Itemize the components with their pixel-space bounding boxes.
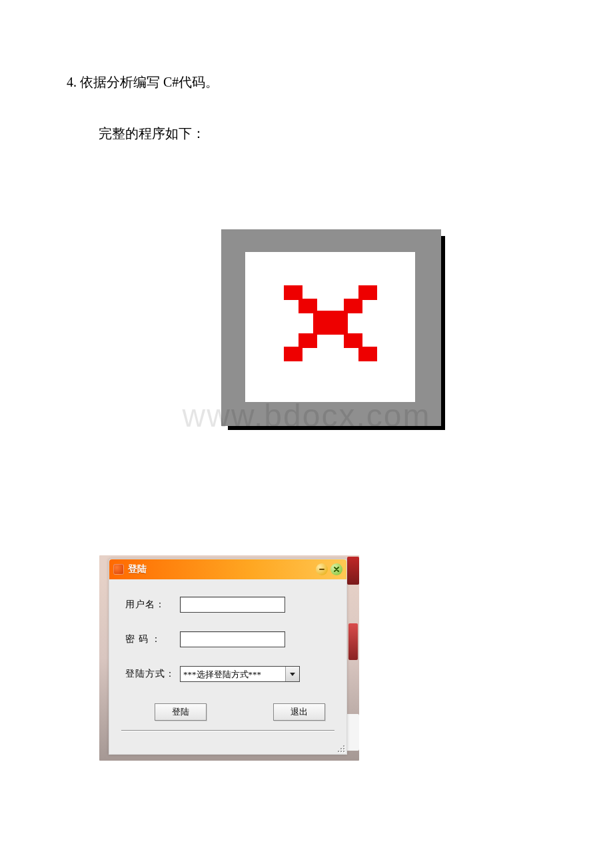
svg-rect-4 [313,311,348,335]
svg-rect-5 [299,333,317,348]
login-mode-selected: ***选择登陆方式*** [181,667,285,681]
svg-rect-7 [284,347,303,361]
username-label: 用户名： [125,599,180,611]
svg-rect-1 [358,285,377,300]
chevron-down-icon [290,673,295,676]
broken-image-placeholder [221,229,441,426]
svg-rect-6 [344,333,362,348]
login-mode-label: 登陆方式： [125,668,180,680]
resize-grip-icon[interactable] [335,743,344,752]
password-label: 密 码 ： [125,633,180,645]
doc-heading: 4. 依据分析编写 C#代码。 [67,73,546,91]
broken-image-x-icon [284,285,377,365]
login-button[interactable]: 登陆 [155,703,207,721]
dropdown-button[interactable] [285,667,299,681]
svg-rect-8 [358,347,377,361]
titlebar[interactable]: 登陆 [109,559,346,579]
password-input[interactable] [180,631,285,647]
username-input[interactable] [180,597,285,613]
minimize-icon[interactable] [316,563,328,575]
separator [121,730,334,731]
doc-subtext: 完整的程序如下： [99,125,546,143]
window-title: 登陆 [128,563,316,575]
close-icon[interactable] [330,563,342,575]
app-icon [113,564,124,575]
login-window: 登陆 用户名： 密 码 ： 登陆方式： ***选择登陆方式*** [109,559,347,755]
exit-button[interactable]: 退出 [273,703,325,721]
login-screenshot-area: 登陆 用户名： 密 码 ： 登陆方式： ***选择登陆方式*** [99,555,359,761]
login-mode-combobox[interactable]: ***选择登陆方式*** [180,666,300,682]
svg-rect-0 [284,285,303,300]
